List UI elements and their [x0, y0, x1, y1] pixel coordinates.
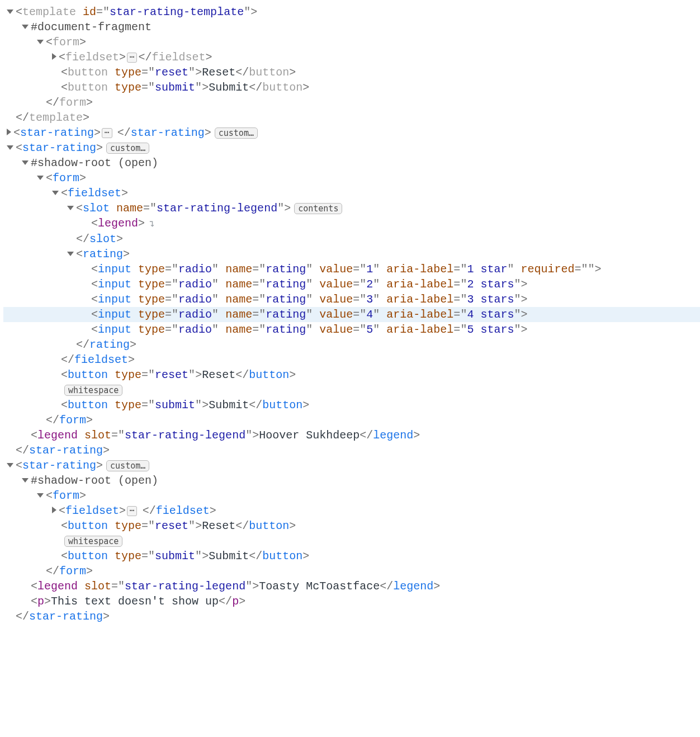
expand-ellipsis-button[interactable]: ⋯ — [102, 128, 112, 138]
tree-row[interactable]: <form> — [3, 35, 700, 50]
angle-bracket: </ — [235, 369, 249, 381]
tag-button-close: button — [249, 519, 289, 532]
tree-row[interactable]: <button type="reset">Reset</button> — [3, 367, 700, 382]
custom-badge[interactable]: custom… — [215, 127, 258, 139]
tree-row[interactable]: </rating> — [3, 337, 700, 352]
quote: " — [148, 369, 155, 381]
tree-row[interactable]: <slot name="star-rating-legend">contents — [3, 201, 700, 216]
tree-row[interactable]: whitespace — [3, 533, 700, 549]
angle-bracket: </ — [46, 565, 59, 578]
equals: = — [141, 81, 148, 94]
tag-button: button — [68, 550, 108, 563]
caret-down-icon[interactable] — [37, 40, 44, 44]
tree-row[interactable]: <input type="radio" name="rating" value=… — [3, 307, 700, 322]
tree-row[interactable]: <fieldset>⋯ </fieldset> — [3, 503, 700, 518]
tree-row[interactable]: <button type="reset">Reset</button> — [3, 518, 700, 533]
caret-down-icon[interactable] — [67, 252, 74, 256]
tree-row[interactable]: </form> — [3, 564, 700, 579]
tree-row[interactable]: <fieldset> — [3, 186, 700, 201]
caret-spacer — [82, 313, 89, 318]
caret-down-icon[interactable] — [22, 160, 29, 165]
tree-row[interactable]: <legend slot="star-rating-legend">Hoover… — [3, 428, 700, 443]
expand-ellipsis-button[interactable]: ⋯ — [127, 53, 137, 63]
tree-row[interactable]: <template id="star-rating-template"> — [3, 4, 700, 20]
tree-row[interactable]: <input type="radio" name="rating" value=… — [3, 322, 700, 337]
custom-badge[interactable]: custom… — [106, 460, 149, 471]
quote: " — [514, 308, 521, 321]
attr-value: reset — [155, 369, 188, 381]
expand-ellipsis-button[interactable]: ⋯ — [127, 506, 137, 516]
angle-bracket: > — [289, 369, 296, 381]
tree-row[interactable]: <button type="submit">Submit</button> — [3, 549, 700, 564]
quote: " — [360, 323, 366, 336]
angle-bracket: > — [205, 126, 211, 139]
tree-row[interactable]: #shadow-root (open) — [3, 155, 700, 171]
tree-row[interactable]: <input type="radio" name="rating" value=… — [3, 277, 700, 292]
quote: " — [150, 202, 157, 215]
tree-row[interactable]: <legend slot="star-rating-legend">Toasty… — [3, 579, 700, 594]
tree-row[interactable]: <button type="submit">Submit</button> — [3, 80, 700, 95]
tree-row[interactable]: </form> — [3, 413, 700, 428]
caret-down-icon[interactable] — [52, 191, 59, 195]
caret-down-icon[interactable] — [7, 463, 13, 467]
attr-value: 4 — [366, 308, 373, 321]
attr-value: reset — [155, 66, 188, 79]
tag-button-close: button — [249, 66, 289, 79]
caret-down-icon[interactable] — [22, 25, 29, 29]
angle-bracket: < — [59, 51, 65, 64]
tree-row[interactable]: <form> — [3, 171, 700, 186]
tag-slot-close: slot — [89, 233, 116, 245]
angle-bracket: </ — [46, 414, 59, 427]
caret-down-icon[interactable] — [37, 176, 44, 180]
tree-row[interactable]: <fieldset>⋯</fieldset> — [3, 50, 700, 65]
tree-row[interactable]: <input type="radio" name="rating" value=… — [3, 292, 700, 307]
row-content: </star-rating> — [16, 609, 110, 624]
caret-spacer — [52, 389, 59, 393]
tree-row[interactable]: <button type="reset">Reset</button> — [3, 65, 700, 80]
tree-row[interactable]: <p>This text doesn't show up</p> — [3, 594, 700, 609]
tree-row[interactable]: <star-rating>⋯ </star-rating>custom… — [3, 125, 700, 140]
caret-right-icon[interactable] — [52, 53, 56, 60]
angle-bracket: > — [86, 96, 93, 109]
custom-badge[interactable]: custom… — [106, 143, 149, 154]
row-content: <input type="radio" name="rating" value=… — [91, 292, 527, 307]
caret-down-icon[interactable] — [67, 206, 74, 210]
tree-row[interactable]: </star-rating> — [3, 443, 700, 458]
tree-row[interactable]: <rating> — [3, 247, 700, 262]
space — [219, 278, 225, 291]
tree-row[interactable]: <input type="radio" name="rating" value=… — [3, 262, 700, 277]
row-content: <fieldset>⋯</fieldset> — [59, 50, 212, 65]
tree-row[interactable]: </template> — [3, 110, 700, 125]
caret-down-icon[interactable] — [7, 10, 13, 14]
tag-button: button — [68, 519, 108, 532]
tree-row[interactable]: #document-fragment — [3, 20, 700, 35]
tree-row[interactable]: <button type="submit">Submit</button> — [3, 398, 700, 413]
quote: " — [514, 278, 521, 291]
row-content: <legend slot="star-rating-legend">Hoover… — [31, 428, 420, 443]
elements-tree[interactable]: <template id="star-rating-template">#doc… — [0, 0, 700, 635]
tree-row[interactable]: <star-rating>custom… — [3, 458, 700, 473]
caret-right-icon[interactable] — [7, 129, 11, 135]
angle-bracket: > — [116, 233, 123, 245]
angle-bracket: < — [91, 293, 98, 306]
tree-row[interactable]: </form> — [3, 95, 700, 110]
angle-bracket: > — [521, 293, 527, 306]
angle-bracket: < — [91, 308, 98, 321]
caret-down-icon[interactable] — [22, 478, 29, 483]
caret-spacer — [52, 404, 59, 408]
caret-down-icon[interactable] — [7, 145, 13, 150]
tree-row[interactable]: <star-rating>custom… — [3, 140, 700, 155]
equals: = — [252, 293, 259, 306]
tree-row[interactable]: </star-rating> — [3, 609, 700, 624]
caret-down-icon[interactable] — [37, 493, 44, 498]
caret-right-icon[interactable] — [52, 507, 56, 513]
angle-bracket: </ — [235, 519, 249, 532]
tree-row[interactable]: <form> — [3, 488, 700, 503]
shadow-root-label: #shadow-root (open) — [31, 157, 158, 169]
tree-row[interactable]: </fieldset> — [3, 352, 700, 367]
angle-bracket: < — [91, 217, 98, 230]
tree-row[interactable]: <legend> ↴ — [3, 216, 700, 232]
tree-row[interactable]: </slot> — [3, 232, 700, 247]
tree-row[interactable]: whitespace — [3, 382, 700, 398]
tree-row[interactable]: #shadow-root (open) — [3, 473, 700, 488]
